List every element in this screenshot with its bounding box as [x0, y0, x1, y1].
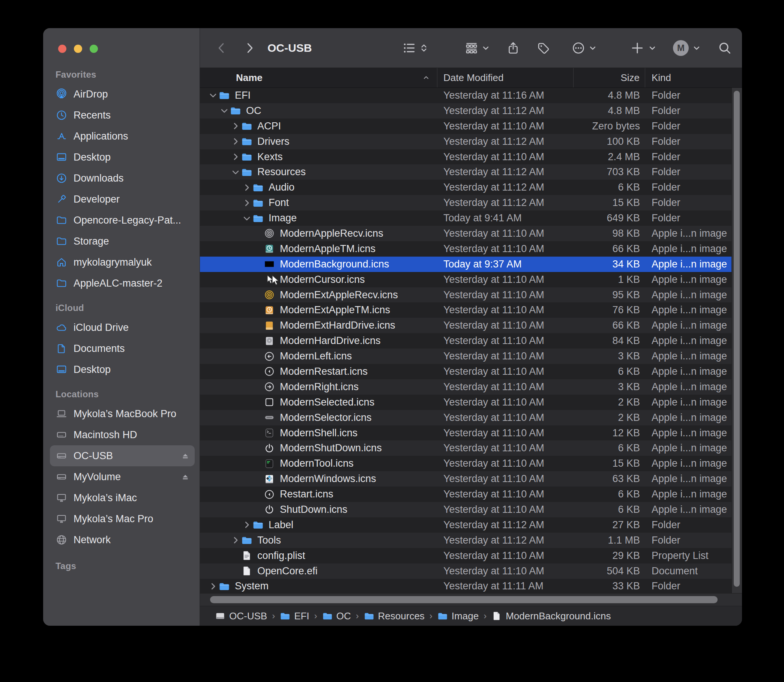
- view-sort-chevrons-icon[interactable]: [419, 43, 429, 53]
- list-view-icon[interactable]: [403, 41, 416, 55]
- sidebar-item-opencore-legacy-pat-[interactable]: Opencore-Legacy-Pat...: [50, 210, 195, 231]
- close-window-button[interactable]: [58, 45, 66, 53]
- horizontal-scrollbar[interactable]: [210, 596, 718, 603]
- file-row-modernshutdown-icns[interactable]: ModernShutDown.icnsYesterday at 11:10 AM…: [200, 440, 731, 456]
- file-row-modernharddrive-icns[interactable]: ModernHardDrive.icnsYesterday at 11:10 A…: [200, 333, 731, 349]
- file-row-modernextapplerecv-icns[interactable]: ModernExtAppleRecv.icnsYesterday at 11:1…: [200, 287, 731, 303]
- chevron-down-icon[interactable]: [208, 91, 218, 100]
- forward-button[interactable]: [243, 41, 256, 55]
- column-header-kind[interactable]: Kind: [645, 68, 742, 88]
- chevron-right-icon[interactable]: [231, 152, 241, 162]
- file-row-modernshell-icns[interactable]: ModernShell.icnsYesterday at 11:10 AM12 …: [200, 425, 731, 441]
- chevron-right-icon[interactable]: [231, 535, 241, 545]
- sidebar-item-documents[interactable]: Documents: [50, 338, 195, 359]
- sidebar-item-desktop[interactable]: Desktop: [50, 147, 195, 168]
- group-view-icon[interactable]: [465, 41, 478, 55]
- sidebar-item-network[interactable]: Network: [50, 529, 195, 550]
- chevron-down-icon[interactable]: [242, 214, 252, 223]
- file-row-resources[interactable]: ResourcesYesterday at 11:12 AM703 KBFold…: [200, 164, 731, 180]
- file-row-system[interactable]: SystemYesterday at 11:11 AM33 KBFolder: [200, 579, 731, 594]
- eject-icon[interactable]: [180, 451, 190, 461]
- sidebar-item-airdrop[interactable]: AirDrop: [50, 84, 195, 105]
- back-button[interactable]: [215, 41, 228, 55]
- path-item-modernbackground-icns[interactable]: ModernBackground.icns: [491, 610, 611, 622]
- path-item-image[interactable]: Image: [437, 610, 479, 622]
- chevron-right-icon[interactable]: [242, 520, 252, 530]
- size-cell: 2 KB: [574, 412, 645, 424]
- search-icon[interactable]: [718, 41, 731, 55]
- file-row-oc[interactable]: OCYesterday at 11:12 AM4.8 MBFolder: [200, 103, 731, 118]
- file-row-modernrestart-icns[interactable]: ModernRestart.icnsYesterday at 11:10 AM6…: [200, 364, 731, 379]
- chevron-right-icon[interactable]: [242, 183, 252, 193]
- sidebar-item-oc-usb[interactable]: OC-USB: [50, 445, 195, 466]
- file-row-modernappletm-icns[interactable]: ModernAppleTM.icnsYesterday at 11:10 AM6…: [200, 241, 731, 257]
- file-row-acpi[interactable]: ACPIYesterday at 11:10 AMZero bytesFolde…: [200, 118, 731, 134]
- file-row-label[interactable]: LabelYesterday at 11:12 AM27 KBFolder: [200, 517, 731, 533]
- zoom-window-button[interactable]: [90, 45, 98, 53]
- chevron-down-icon[interactable]: [692, 43, 701, 53]
- file-row-opencore-efi[interactable]: OpenCore.efiYesterday at 11:10 AM504 KBD…: [200, 564, 731, 579]
- sidebar-item-mykolagrymalyuk[interactable]: mykolagrymalyuk: [50, 252, 195, 273]
- file-row-drivers[interactable]: DriversYesterday at 11:12 AM100 KBFolder: [200, 134, 731, 149]
- column-header-date-modified[interactable]: Date Modified: [437, 68, 574, 88]
- kind-cell: Apple i...n image: [645, 289, 731, 301]
- sidebar-item-mykola-s-mac-pro[interactable]: Mykola’s Mac Pro: [50, 508, 195, 529]
- column-header-name[interactable]: Name: [200, 68, 437, 88]
- sidebar-item-mykola-s-macbook-pro[interactable]: Mykola’s MacBook Pro: [50, 403, 195, 424]
- file-row-modernwindows-icns[interactable]: ModernWindows.icnsYesterday at 11:10 AM6…: [200, 471, 731, 486]
- sidebar-item-icloud-drive[interactable]: iCloud Drive: [50, 317, 195, 338]
- chevron-down-icon[interactable]: [220, 106, 229, 116]
- vertical-scrollbar[interactable]: [734, 91, 740, 587]
- chevron-down-icon[interactable]: [588, 43, 598, 53]
- file-row-kexts[interactable]: KextsYesterday at 11:10 AM2.4 MBFolder: [200, 149, 731, 165]
- file-row-shutdown-icns[interactable]: ShutDown.icnsYesterday at 11:10 AM6 KBAp…: [200, 502, 731, 517]
- file-row-modernselected-icns[interactable]: ModernSelected.icnsYesterday at 11:10 AM…: [200, 395, 731, 410]
- chevron-right-icon[interactable]: [242, 198, 252, 208]
- sidebar-item-applications[interactable]: Applications: [50, 126, 195, 147]
- sidebar-item-developer[interactable]: Developer: [50, 189, 195, 210]
- sidebar-item-mykola-s-imac[interactable]: Mykola’s iMac: [50, 487, 195, 508]
- sidebar-item-storage[interactable]: Storage: [50, 231, 195, 252]
- file-row-font[interactable]: FontYesterday at 11:12 AM15 KBFolder: [200, 195, 731, 210]
- sidebar-item-recents[interactable]: Recents: [50, 105, 195, 126]
- file-row-config-plist[interactable]: config.plistYesterday at 11:10 AM29 KBPr…: [200, 548, 731, 564]
- tag-icon[interactable]: [536, 41, 550, 55]
- more-options-icon[interactable]: [572, 41, 585, 55]
- file-row-audio[interactable]: AudioYesterday at 11:12 AM6 KBFolder: [200, 180, 731, 195]
- chevron-right-icon[interactable]: [208, 582, 218, 591]
- file-row-image[interactable]: ImageToday at 9:41 AM649 KBFolder: [200, 210, 731, 226]
- sidebar-item-macintosh-hd[interactable]: Macintosh HD: [50, 424, 195, 445]
- chevron-down-icon[interactable]: [647, 43, 657, 53]
- path-item-efi[interactable]: EFI: [280, 610, 309, 622]
- file-row-moderntool-icns[interactable]: ModernTool.icnsYesterday at 11:10 AM15 K…: [200, 456, 731, 471]
- file-row-tools[interactable]: ToolsYesterday at 11:12 AM1.1 MBFolder: [200, 533, 731, 548]
- folder-icon: [230, 105, 241, 116]
- path-item-oc-usb[interactable]: OC-USB: [215, 610, 267, 622]
- share-icon[interactable]: [507, 41, 520, 55]
- chevron-right-icon[interactable]: [231, 121, 241, 131]
- column-header-size[interactable]: Size: [574, 68, 645, 88]
- chevron-down-icon[interactable]: [481, 43, 491, 53]
- file-row-modernextappletm-icns[interactable]: ModernExtAppleTM.icnsYesterday at 11:10 …: [200, 302, 731, 318]
- file-row-modernextharddrive-icns[interactable]: ModernExtHardDrive.icnsYesterday at 11:1…: [200, 318, 731, 333]
- user-avatar[interactable]: M: [673, 40, 689, 56]
- file-row-efi[interactable]: EFIYesterday at 11:16 AM4.8 MBFolder: [200, 88, 731, 103]
- sidebar-item-myvolume[interactable]: MyVolume: [50, 466, 195, 487]
- file-row-modernapplerecv-icns[interactable]: ModernAppleRecv.icnsYesterday at 11:10 A…: [200, 226, 731, 241]
- sidebar-item-desktop[interactable]: Desktop: [50, 359, 195, 380]
- sidebar-item-downloads[interactable]: Downloads: [50, 168, 195, 189]
- minimize-window-button[interactable]: [74, 45, 82, 53]
- file-row-modernselector-icns[interactable]: ModernSelector.icnsYesterday at 11:10 AM…: [200, 410, 731, 425]
- path-item-resources[interactable]: Resources: [364, 610, 425, 622]
- file-row-modernright-icns[interactable]: ModernRight.icnsYesterday at 11:10 AM3 K…: [200, 379, 731, 395]
- eject-icon[interactable]: [180, 472, 190, 482]
- file-row-modernleft-icns[interactable]: ModernLeft.icnsYesterday at 11:10 AM3 KB…: [200, 349, 731, 364]
- file-row-restart-icns[interactable]: Restart.icnsYesterday at 11:10 AM6 KBApp…: [200, 486, 731, 502]
- chevron-right-icon[interactable]: [231, 137, 241, 146]
- chevron-down-icon[interactable]: [231, 167, 241, 177]
- file-row-moderncursor-icns[interactable]: ModernCursor.icnsYesterday at 11:10 AM1 …: [200, 272, 731, 287]
- new-item-plus-icon[interactable]: [631, 41, 644, 55]
- file-row-modernbackground-icns[interactable]: ModernBackground.icnsToday at 9:37 AM34 …: [200, 257, 731, 272]
- path-item-oc[interactable]: OC: [322, 610, 351, 622]
- sidebar-item-applealc-master-2[interactable]: AppleALC-master-2: [50, 273, 195, 294]
